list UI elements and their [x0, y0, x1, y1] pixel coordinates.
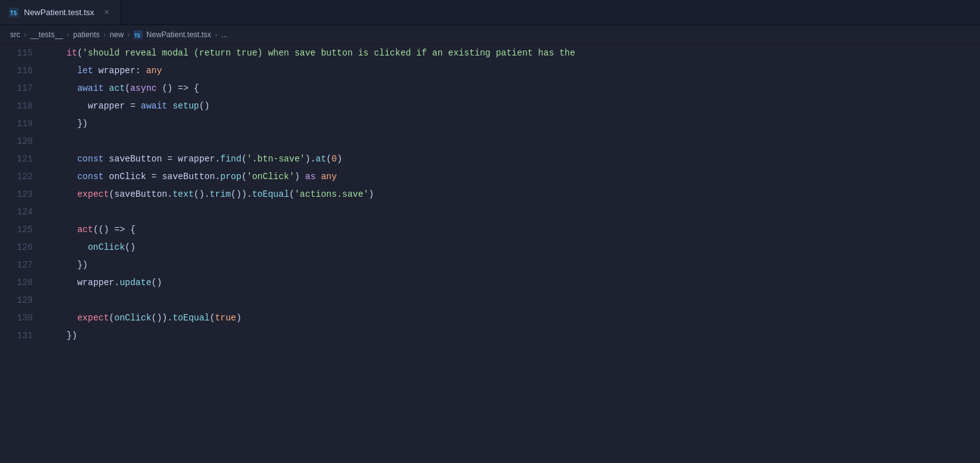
code-line-117: await act(async () => {	[40, 79, 980, 97]
breadcrumb-new[interactable]: new	[110, 30, 124, 39]
breadcrumb-filename[interactable]: NewPatient.test.tsx	[146, 30, 211, 39]
code-line-115: it('should reveal modal (return true) wh…	[40, 44, 980, 62]
breadcrumb-ellipsis[interactable]: ...	[221, 30, 228, 39]
line-num-120: 120	[5, 132, 33, 150]
line-num-125: 125	[5, 221, 33, 238]
code-line-120	[40, 132, 980, 150]
line-num-115: 115	[5, 44, 33, 62]
line-num-124: 124	[5, 203, 33, 221]
line-numbers: 115 116 117 118 119 120 121 122 123 124 …	[0, 44, 40, 463]
line-num-121: 121	[5, 150, 33, 168]
svg-text:TS: TS	[134, 32, 141, 38]
line-num-123: 123	[5, 185, 33, 203]
line-num-128: 128	[5, 274, 33, 291]
breadcrumb-tsx-icon: TS	[134, 30, 143, 39]
code-line-116: let wrapper: any	[40, 62, 980, 79]
breadcrumb-patients[interactable]: patients	[73, 30, 100, 39]
line-num-129: 129	[5, 291, 33, 309]
code-line-123: expect(saveButton.text().trim()).toEqual…	[40, 185, 980, 203]
code-line-128: wrapper.update()	[40, 274, 980, 291]
code-line-127: })	[40, 256, 980, 274]
code-line-119: })	[40, 115, 980, 132]
code-content[interactable]: it('should reveal modal (return true) wh…	[40, 44, 980, 463]
code-area: 115 116 117 118 119 120 121 122 123 124 …	[0, 44, 980, 463]
tsx-file-icon: TS	[9, 8, 19, 18]
tab-close-button[interactable]: ×	[102, 8, 112, 18]
breadcrumb-sep-2: ›	[67, 30, 69, 39]
svg-text:TS: TS	[10, 10, 17, 16]
code-line-124	[40, 203, 980, 221]
breadcrumb-sep-4: ›	[127, 30, 130, 39]
tab-label: NewPatient.test.tsx	[24, 8, 94, 17]
breadcrumb-sep-3: ›	[103, 30, 106, 39]
breadcrumb-tests[interactable]: __tests__	[30, 30, 63, 39]
line-num-116: 116	[5, 62, 33, 79]
code-line-129	[40, 291, 980, 309]
breadcrumb-src[interactable]: src	[10, 30, 20, 39]
breadcrumb-sep-1: ›	[24, 30, 26, 39]
code-line-130: expect(onClick()).toEqual(true)	[40, 309, 980, 327]
breadcrumb: src › __tests__ › patients › new › TS Ne…	[0, 25, 980, 44]
code-line-131: })	[40, 327, 980, 344]
line-num-131: 131	[5, 327, 33, 344]
breadcrumb-sep-5: ›	[215, 30, 218, 39]
code-line-122: const onClick = saveButton.prop('onClick…	[40, 168, 980, 185]
line-num-117: 117	[5, 79, 33, 97]
line-num-127: 127	[5, 256, 33, 274]
line-num-119: 119	[5, 115, 33, 132]
tab-newpatient-test[interactable]: TS NewPatient.test.tsx ×	[0, 0, 121, 25]
code-line-126: onClick()	[40, 238, 980, 256]
line-num-118: 118	[5, 97, 33, 115]
line-num-122: 122	[5, 168, 33, 185]
code-line-121: const saveButton = wrapper.find('.btn-sa…	[40, 150, 980, 168]
code-line-125: act(() => {	[40, 221, 980, 238]
tab-bar: TS NewPatient.test.tsx ×	[0, 0, 980, 25]
code-line-118: wrapper = await setup()	[40, 97, 980, 115]
line-num-126: 126	[5, 238, 33, 256]
line-num-130: 130	[5, 309, 33, 327]
